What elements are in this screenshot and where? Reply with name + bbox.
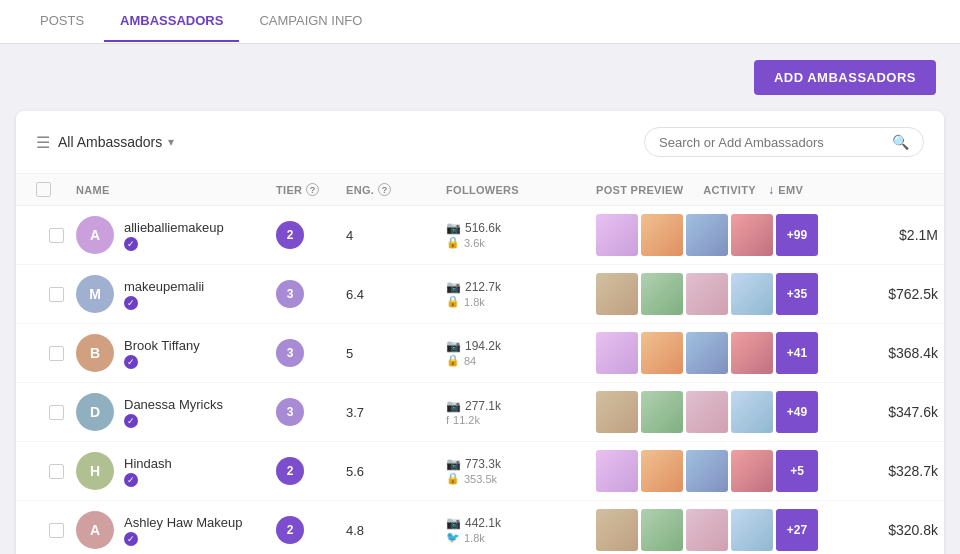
avatar: B: [76, 334, 114, 372]
preview-thumb: [641, 391, 683, 433]
row-checkbox-cell: [36, 405, 76, 420]
name-info: Ashley Haw Makeup ✓: [124, 515, 243, 546]
col-checkbox: [36, 182, 76, 197]
name-cell: A Ashley Haw Makeup ✓: [76, 511, 276, 549]
followers-main: 📷 212.7k: [446, 280, 596, 294]
preview-more-badge: +99: [776, 214, 818, 256]
name-info: makeupemalii ✓: [124, 279, 204, 310]
search-box: 🔍: [644, 127, 924, 157]
engagement-cell: 4.8: [346, 523, 446, 538]
tab-ambassadors[interactable]: AMBASSADORS: [104, 1, 239, 42]
filter-selected-label: All Ambassadors: [58, 134, 162, 150]
ambassador-name: Danessa Myricks: [124, 397, 223, 412]
filter-icon: ☰: [36, 133, 50, 152]
tier-badge: 2: [276, 457, 304, 485]
more-actions-button[interactable]: ⋮: [938, 515, 944, 545]
ambassador-name: Brook Tiffany: [124, 338, 200, 353]
row-checkbox-cell: [36, 228, 76, 243]
verified-badge: ✓: [124, 473, 172, 487]
table-row: H Hindash ✓ 2 5.6 📷 773.3k 🔒 353.5k: [16, 442, 944, 501]
engagement-cell: 5: [346, 346, 446, 361]
name-cell: H Hindash ✓: [76, 452, 276, 490]
row-checkbox[interactable]: [49, 464, 64, 479]
preview-more-badge: +41: [776, 332, 818, 374]
preview-thumb: [731, 332, 773, 374]
filter-dropdown[interactable]: All Ambassadors ▾: [58, 134, 174, 150]
preview-cell: +35: [596, 273, 818, 315]
table-row: M makeupemalii ✓ 3 6.4 📷 212.7k 🔒 1.8k: [16, 265, 944, 324]
eng-info-icon[interactable]: ?: [378, 183, 391, 196]
preview-cell: +99: [596, 214, 818, 256]
name-info: Danessa Myricks ✓: [124, 397, 223, 428]
followers-main: 📷 773.3k: [446, 457, 596, 471]
row-checkbox[interactable]: [49, 346, 64, 361]
name-info: Hindash ✓: [124, 456, 172, 487]
tier-info-icon[interactable]: ?: [306, 183, 319, 196]
preview-thumb: [596, 273, 638, 315]
header-bar: ADD AMBASSADORS: [0, 44, 960, 111]
select-all-checkbox[interactable]: [36, 182, 51, 197]
ambassador-name: Ashley Haw Makeup: [124, 515, 243, 530]
name-cell: D Danessa Myricks ✓: [76, 393, 276, 431]
followers-cell: 📷 442.1k 🐦 1.8k: [446, 516, 596, 544]
search-input[interactable]: [659, 135, 884, 150]
more-actions-button[interactable]: ⋮: [938, 279, 944, 309]
col-tier: Tier ?: [276, 183, 346, 196]
verified-icon: ✓: [124, 355, 138, 369]
row-checkbox-cell: [36, 287, 76, 302]
col-emv[interactable]: ↓ EMV: [768, 183, 888, 197]
preview-thumb: [596, 332, 638, 374]
row-checkbox[interactable]: [49, 228, 64, 243]
row-checkbox-cell: [36, 346, 76, 361]
top-navigation: POSTS AMBASSADORS CAMPAIGN INFO: [0, 0, 960, 44]
verified-badge: ✓: [124, 355, 200, 369]
verified-icon: ✓: [124, 296, 138, 310]
verified-badge: ✓: [124, 414, 223, 428]
col-followers: Followers: [446, 184, 596, 196]
followers-cell: 📷 277.1k f 11.2k: [446, 399, 596, 426]
preview-thumb: [686, 509, 728, 551]
tab-campaign-info[interactable]: CAMPAIGN INFO: [243, 1, 378, 42]
verified-icon: ✓: [124, 473, 138, 487]
preview-cell: +5: [596, 450, 818, 492]
tab-posts[interactable]: POSTS: [24, 1, 100, 42]
verified-icon: ✓: [124, 414, 138, 428]
avatar: H: [76, 452, 114, 490]
more-actions-button[interactable]: ⋮: [938, 456, 944, 486]
emv-cell: $368.4k: [818, 345, 938, 361]
ambassador-name: makeupemalii: [124, 279, 204, 294]
preview-thumb: [686, 214, 728, 256]
more-actions-cell: ⋮: [938, 397, 944, 427]
emv-cell: $347.6k: [818, 404, 938, 420]
engagement-cell: 5.6: [346, 464, 446, 479]
followers-sub: 🔒 84: [446, 354, 596, 367]
preview-thumb: [641, 332, 683, 374]
tier-badge: 3: [276, 398, 304, 426]
table-header: Name Tier ? Eng. ? Followers Post Previe…: [16, 174, 944, 206]
followers-cell: 📷 516.6k 🔒 3.6k: [446, 221, 596, 249]
more-actions-button[interactable]: ⋮: [938, 338, 944, 368]
chevron-down-icon: ▾: [168, 135, 174, 149]
avatar: A: [76, 511, 114, 549]
filter-left: ☰ All Ambassadors ▾: [36, 133, 174, 152]
more-actions-button[interactable]: ⋮: [938, 220, 944, 250]
col-name: Name: [76, 184, 276, 196]
add-ambassadors-button[interactable]: ADD AMBASSADORS: [754, 60, 936, 95]
avatar: A: [76, 216, 114, 254]
emv-cell: $328.7k: [818, 463, 938, 479]
preview-thumb: [596, 450, 638, 492]
preview-thumb: [641, 450, 683, 492]
preview-more-badge: +49: [776, 391, 818, 433]
verified-badge: ✓: [124, 296, 204, 310]
emv-cell: $320.8k: [818, 522, 938, 538]
more-actions-button[interactable]: ⋮: [938, 397, 944, 427]
row-checkbox[interactable]: [49, 287, 64, 302]
preview-thumb: [641, 273, 683, 315]
row-checkbox[interactable]: [49, 523, 64, 538]
more-actions-cell: ⋮: [938, 220, 944, 250]
preview-thumb: [596, 509, 638, 551]
row-checkbox[interactable]: [49, 405, 64, 420]
followers-cell: 📷 194.2k 🔒 84: [446, 339, 596, 367]
tier-badge: 2: [276, 516, 304, 544]
preview-thumb: [596, 391, 638, 433]
